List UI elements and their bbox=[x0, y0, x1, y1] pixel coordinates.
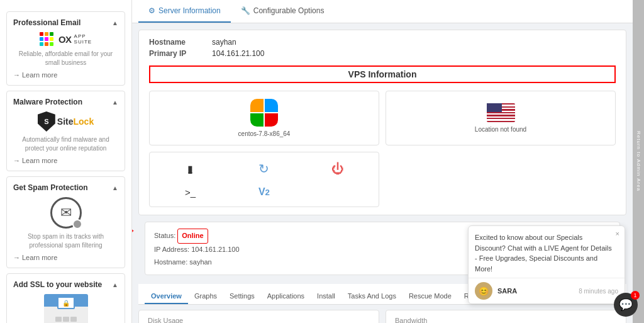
ov-tab-install[interactable]: Install bbox=[311, 289, 341, 304]
bandwidth-label: Bandwidth bbox=[395, 317, 617, 323]
malware-desc: Automatically find malware and protect y… bbox=[13, 135, 118, 153]
sidebar-section-spam: Get Spam Protection ▲ ✉ Stop spam in its… bbox=[6, 176, 125, 268]
metrics-grid: Disk Usage 6.57% Used Bandwidth CPU 3.2%… bbox=[138, 310, 626, 323]
status-badge: Online bbox=[177, 229, 208, 244]
right-sidebar-label: Return to Admin Area bbox=[636, 131, 641, 191]
tab-configurable[interactable]: 🔧 Configurable Options bbox=[231, 0, 335, 23]
tab-server-info[interactable]: ⚙ Server Information bbox=[138, 0, 231, 23]
refresh-icon[interactable]: ↻ bbox=[230, 159, 298, 179]
chat-close-button[interactable]: × bbox=[616, 230, 619, 237]
email-desc: Reliable, affordable email for your smal… bbox=[13, 50, 118, 67]
vps-os-cell: centos-7.8-x86_64 bbox=[149, 91, 379, 145]
configurable-tab-label: Configurable Options bbox=[253, 6, 325, 15]
sidebar-section-spam-title: Get Spam Protection bbox=[13, 183, 88, 192]
disk-usage-card: Disk Usage 6.57% Used bbox=[138, 310, 379, 323]
sidebar-section-malware: Malware Protection ▲ S SiteLock Automati… bbox=[6, 91, 125, 171]
bandwidth-card: Bandwidth bbox=[386, 310, 626, 323]
us-flag-icon bbox=[487, 103, 515, 122]
console-icon[interactable]: >_ bbox=[156, 184, 225, 200]
vps-actions-cell: ▮ _ ↻ ⏻ >_ V2 bbox=[149, 152, 379, 207]
ov-tab-tasks[interactable]: Tasks And Logs bbox=[341, 289, 402, 304]
chat-sender: SARA bbox=[497, 287, 517, 295]
disk-label: Disk Usage bbox=[148, 317, 370, 323]
vnc-icon[interactable]: V2 bbox=[230, 184, 298, 200]
sidebar: Professional Email ▲ OX APP bbox=[0, 0, 132, 323]
server-info-panel: Hostname sayhan Primary IP 104.161.21.10… bbox=[138, 30, 626, 215]
malware-learn-more[interactable]: Learn more bbox=[13, 157, 118, 164]
chat-footer: 😊 SARA 8 minutes ago bbox=[469, 278, 625, 303]
ov-tab-graphs[interactable]: Graphs bbox=[188, 289, 223, 304]
ssl-chevron-icon[interactable]: ▲ bbox=[112, 281, 118, 288]
ov-tab-applications[interactable]: Applications bbox=[261, 289, 311, 304]
top-tabs-bar: ⚙ Server Information 🔧 Configurable Opti… bbox=[132, 0, 633, 23]
sidebar-section-email: Professional Email ▲ OX APP bbox=[6, 11, 125, 86]
primary-ip-label: Primary IP bbox=[149, 49, 199, 58]
spam-chevron-icon[interactable]: ▲ bbox=[112, 184, 118, 191]
location-label: Location not found bbox=[475, 126, 526, 133]
arrow-annotation-icon: → bbox=[132, 224, 136, 237]
hostname-label: Hostname bbox=[149, 38, 199, 47]
sidebar-section-malware-title: Malware Protection bbox=[13, 98, 82, 106]
spam-icon: ✉ bbox=[50, 197, 82, 229]
spam-desc: Stop spam in its tracks with professiona… bbox=[13, 232, 118, 250]
terminal-icon[interactable]: ▮ _ bbox=[156, 161, 225, 178]
chat-avatar: 😊 bbox=[475, 282, 492, 300]
chat-notification-badge: 1 bbox=[631, 291, 640, 300]
server-info-tab-label: Server Information bbox=[158, 6, 221, 15]
hostname-value: sayhan bbox=[212, 38, 236, 47]
configurable-tab-icon: 🔧 bbox=[241, 6, 250, 15]
vps-grid: centos-7.8-x86_64 Location not found ▮ _… bbox=[149, 91, 616, 207]
right-sidebar[interactable]: Return to Admin Area bbox=[633, 0, 644, 323]
chevron-up-icon[interactable]: ▲ bbox=[112, 20, 118, 26]
spam-learn-more[interactable]: Learn more bbox=[13, 254, 118, 261]
chat-bubble-button[interactable]: 💬 1 bbox=[614, 293, 638, 317]
ov-tab-settings[interactable]: Settings bbox=[223, 289, 261, 304]
malware-chevron-icon[interactable]: ▲ bbox=[112, 99, 118, 106]
os-label: centos-7.8-x86_64 bbox=[238, 130, 291, 137]
sidebar-section-email-title: Professional Email bbox=[13, 18, 80, 27]
sidebar-section-ssl-title: Add SSL to your website bbox=[13, 280, 102, 289]
power-icon[interactable]: ⏻ bbox=[304, 159, 372, 179]
chat-widget: × Excited to know about our Specials Dis… bbox=[468, 225, 625, 304]
vps-location-cell: Location not found bbox=[386, 91, 616, 145]
chat-bubble-icon: 💬 bbox=[619, 298, 633, 312]
ov-tab-overview[interactable]: Overview bbox=[145, 289, 188, 304]
server-info-tab-icon: ⚙ bbox=[148, 6, 155, 15]
status-label: Status bbox=[154, 232, 174, 239]
ov-tab-rescue[interactable]: Rescue Mode bbox=[402, 289, 458, 304]
sidebar-section-ssl: Add SSL to your website ▲ 🔒 bbox=[6, 273, 125, 323]
email-learn-more[interactable]: Learn more bbox=[13, 71, 118, 79]
vps-info-title: VPS Information bbox=[149, 65, 616, 83]
chat-message: Excited to know about our Specials Disco… bbox=[469, 226, 625, 278]
chat-time: 8 minutes ago bbox=[579, 288, 618, 295]
primary-ip-value: 104.161.21.100 bbox=[212, 49, 264, 58]
